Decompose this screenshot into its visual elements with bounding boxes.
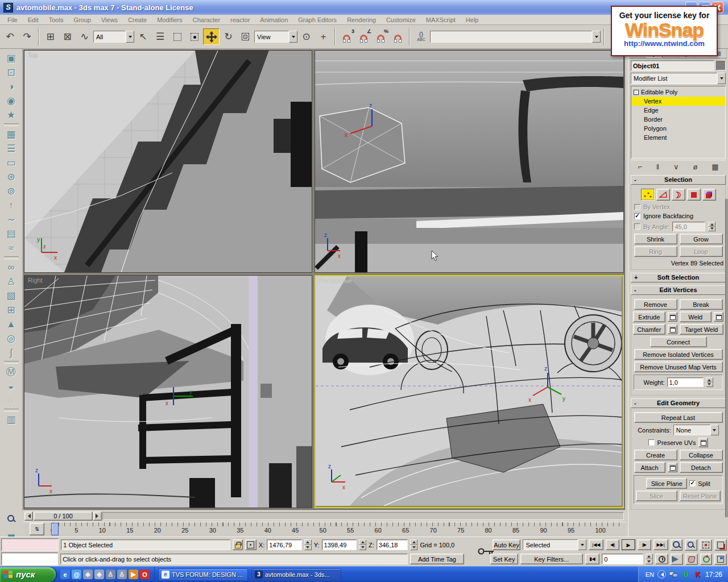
viewport-top-label[interactable]: Top [28,52,38,59]
named-selection-dropdown[interactable] [430,31,601,43]
arc-rotate-icon[interactable] [700,554,713,565]
primitives-icon[interactable]: ▣ [3,51,19,65]
add-time-tag-button[interactable]: Add Time Tag [410,554,464,564]
dropdown-arrow-icon[interactable] [126,31,134,43]
preserve-uvs-settings-icon[interactable] [698,438,708,447]
fan-icon[interactable]: ⊛ [3,170,19,184]
menu-item[interactable]: Edit [23,16,44,24]
soft-selection-rollout-header[interactable]: + Soft Selection [631,273,726,282]
select-and-link-icon[interactable]: ⊞ [42,28,59,45]
select-and-manipulate-icon[interactable]: + [315,28,332,45]
time-slider-track[interactable] [102,512,624,520]
stack-item-polygon[interactable]: Polygon [631,124,725,133]
separator[interactable] [4,123,19,126]
star-icon[interactable]: ★ [3,108,19,122]
target-weld-button[interactable]: Target Weld [680,324,723,335]
weight-spinner[interactable] [706,377,713,387]
spinner-snap-icon[interactable] [390,28,406,45]
show-end-result-icon[interactable]: ‖ [656,163,659,171]
sphere-icon[interactable]: ◑ [3,80,19,94]
by-angle-spinner[interactable] [708,222,715,231]
menu-item[interactable]: Create [123,16,152,24]
pan-icon[interactable] [685,554,698,565]
make-unique-icon[interactable]: ∨ [673,163,679,171]
key-step-toggle-icon[interactable]: ▮◀ [585,554,600,564]
viewport-perspective-label[interactable]: Perspective [319,277,351,284]
menu-item[interactable]: Modifiers [152,16,188,24]
stack-item-border[interactable]: Border [631,115,725,124]
zoom-all-icon[interactable] [685,539,697,551]
absolute-mode-icon[interactable] [245,539,257,550]
menu-item[interactable]: Views [96,16,123,24]
time-slider-thumb[interactable] [51,523,59,535]
menu-item[interactable]: Character [188,16,225,24]
go-to-start-button[interactable]: |◀◀ [589,539,603,550]
quicklaunch-ie-icon[interactable]: e [60,569,70,579]
viewport-top[interactable]: Top y x z [24,50,312,273]
play-button[interactable]: ▶ [622,539,635,550]
torus-knot-icon[interactable]: ∞ [3,260,19,275]
stack-item-vertex[interactable]: Vertex [631,97,725,106]
menu-item[interactable]: Group [68,16,96,24]
frame-forward-button[interactable] [93,512,102,521]
key-mode-dropdown[interactable]: Selected [523,539,586,550]
separator[interactable] [4,409,19,411]
pin-stack-icon[interactable]: ⌐ [638,163,642,171]
undo-icon[interactable]: ↶ [2,28,18,45]
quicklaunch-media-icon[interactable]: ▶ [129,569,138,579]
reset-plane-button[interactable]: Reset Plane [680,490,721,501]
quicklaunch-mail-icon[interactable]: @ [72,569,81,579]
track-bar[interactable]: 0510152025303540455055606570758085909510… [23,522,625,537]
viewport-perspective[interactable]: Perspective [315,275,624,508]
grow-button[interactable]: Grow [680,234,723,244]
winsnap-ad[interactable]: Get your license key for WinSnap http://… [611,6,718,56]
named-selection-sets-icon[interactable]: {}ABC [413,28,429,45]
separator[interactable] [4,361,19,364]
ignore-backfacing-checkbox[interactable] [634,213,640,219]
maxscript-mini-listener-white[interactable] [1,552,58,566]
select-object-icon[interactable]: ↖ [135,28,151,45]
start-button[interactable]: пуск [0,567,56,582]
task-tvs-forum[interactable]: e TVS FORUM: DESIGN ... [158,568,248,581]
tray-collapse-icon[interactable] [657,570,666,579]
create-button[interactable]: Create [634,450,677,460]
task-3dsmax[interactable]: 3 avtomobile.max - 3ds... [251,568,341,581]
dropdown-arrow-icon[interactable] [710,425,719,435]
preserve-uvs-checkbox[interactable] [648,439,655,446]
slice-plane-button[interactable]: Slice Plane [646,478,687,489]
board-icon[interactable]: ▧ [3,289,19,303]
menu-item[interactable]: Rendering [342,16,381,24]
loop-button[interactable]: Loop [680,246,723,257]
menu-item[interactable]: File [2,16,23,24]
field-of-view-icon[interactable] [671,554,683,565]
dropdown-arrow-icon[interactable] [289,31,297,43]
remove-button[interactable]: Remove [634,299,677,310]
zoom-extents-icon[interactable] [700,539,712,551]
chamfer-settings-icon[interactable] [668,325,677,334]
quicklaunch-app-icon[interactable]: ◈ [83,569,93,579]
element-subobject-icon[interactable] [702,189,716,201]
selection-rollout-header[interactable]: - Selection [631,175,726,185]
repeat-last-button[interactable]: Repeat Last [634,412,723,423]
constraints-dropdown[interactable]: None [673,425,719,435]
gear-icon[interactable]: ⊚ [3,184,19,198]
time-configuration-icon[interactable] [655,554,669,564]
next-frame-button[interactable]: |▶ [638,539,651,550]
select-and-scale-icon[interactable] [237,28,254,45]
edge-subobject-icon[interactable] [656,189,670,201]
rope-icon[interactable]: ∫ [3,346,19,360]
split-checkbox[interactable] [689,480,696,487]
viewport-back-label[interactable]: Back [318,52,332,59]
rectangular-selection-region-icon[interactable] [169,28,185,45]
edit-vertices-rollout-header[interactable]: - Edit Vertices [631,285,726,295]
current-frame-field[interactable]: 0 [602,554,643,564]
attach-settings-icon[interactable] [668,463,677,472]
material-shirt-icon[interactable]: Ⓜ [3,365,19,379]
zoom-icon[interactable] [671,539,683,551]
y-coordinate-field[interactable]: 1398,49 [322,539,357,550]
command-panel-scrollbar[interactable] [725,199,728,517]
blocks-icon[interactable]: ▤ [3,227,19,241]
remove-unused-map-verts-button[interactable]: Remove Unused Map Verts [634,361,723,372]
spinning-top-icon[interactable]: ◉ [3,94,19,108]
dropdown-arrow-icon[interactable] [717,73,726,84]
